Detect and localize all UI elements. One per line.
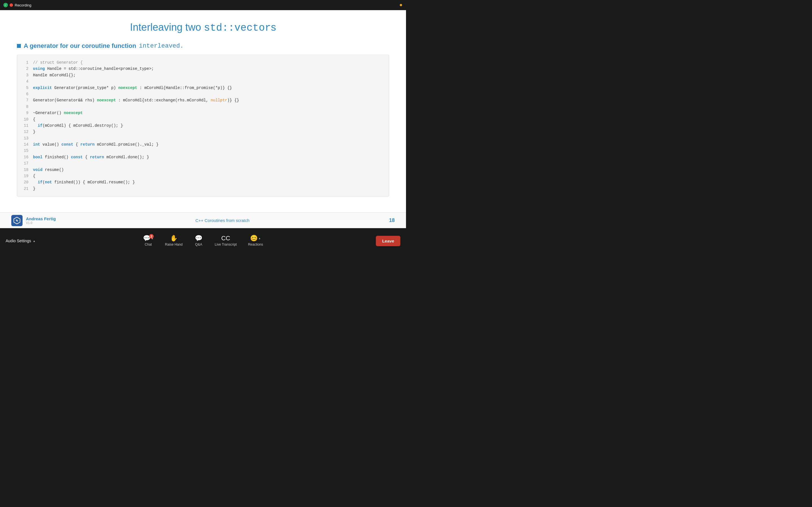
code-line-13: 13 [23, 135, 383, 142]
toolbar-center: 💬 ▲ Chat 2 ✋ Raise Hand 💬 Q&A CC Live Tr… [138, 233, 268, 249]
slide-title: Interleaving two std::vectors [130, 21, 276, 34]
raise-hand-label: Raise Hand [165, 242, 183, 246]
recording-dot [10, 3, 13, 7]
qa-icon: 💬 [195, 235, 202, 241]
code-line-11: 11 if(mCoroHdl) { mCoroHdl.destroy(); } [23, 122, 383, 129]
slide-container: Interleaving two std::vectors A generato… [0, 10, 406, 228]
code-line-21: 21 } [23, 186, 383, 192]
shield-icon: ✓ [3, 3, 8, 7]
code-line-10: 10 { [23, 116, 383, 122]
code-line-16: 16 bool finished() const { return mCoroH… [23, 154, 383, 160]
code-line-9: 9 ~Generator() noexcept [23, 110, 383, 116]
code-block: 1 // struct Generator { 2 using Handle =… [17, 55, 389, 196]
footer-left: Andreas Fertig V1.0 [11, 215, 56, 226]
qa-label: Q&A [195, 242, 202, 246]
code-line-12: 12 } [23, 129, 383, 135]
code-line-7: 7 Generator(Generator&& rhs) noexcept : … [23, 97, 383, 103]
audio-settings-button[interactable]: Audio Settings ▲ [6, 238, 36, 243]
code-line-17: 17 [23, 160, 383, 166]
chat-badge: 2 [149, 234, 154, 238]
top-right-dot [400, 4, 402, 6]
live-transcript-label: Live Transcript [215, 242, 237, 246]
subtitle-bullet [17, 44, 21, 48]
top-bar: ✓ Recording [0, 0, 406, 10]
raise-hand-icon: ✋ [170, 235, 177, 241]
audio-chevron-icon: ▲ [33, 239, 36, 242]
chat-label: Chat [145, 242, 152, 246]
code-line-5: 5 explicit Generator(promise_type* p) no… [23, 85, 383, 91]
slide-footer: Andreas Fertig V1.0 C++ Coroutines from … [0, 212, 406, 228]
code-line-18: 18 void resume() [23, 167, 383, 173]
course-title: C++ Coroutines from scratch [195, 218, 250, 223]
code-line-15: 15 [23, 148, 383, 154]
leave-button[interactable]: Leave [376, 236, 400, 246]
presenter-name: Andreas Fertig [26, 216, 56, 221]
audio-settings-label: Audio Settings [6, 238, 31, 243]
presenter-info: Andreas Fertig V1.0 [26, 216, 56, 224]
reactions-button[interactable]: 😊 ▲ Reactions [243, 233, 268, 249]
code-line-4: 4 [23, 78, 383, 84]
code-line-19: 19 { [23, 173, 383, 179]
reactions-icon: 😊 [250, 235, 258, 241]
slide-subtitle: A generator for our coroutine function i… [17, 42, 184, 50]
code-line-14: 14 int value() const { return mCoroHdl.p… [23, 142, 383, 148]
code-line-1: 1 // struct Generator { [23, 59, 383, 66]
recording-label: Recording [15, 3, 31, 7]
live-transcript-button[interactable]: CC Live Transcript [210, 233, 242, 249]
code-line-20: 20 if(not finished()) { mCoroHdl.resume(… [23, 179, 383, 185]
code-line-3: 3 Handle mCoroHdl{}; [23, 72, 383, 78]
bottom-toolbar: Audio Settings ▲ 💬 ▲ Chat 2 ✋ Raise Hand… [0, 228, 406, 253]
raise-hand-button[interactable]: ✋ Raise Hand [160, 233, 188, 249]
logo-icon [11, 215, 22, 226]
slide-number: 18 [389, 217, 395, 223]
qa-button[interactable]: 💬 Q&A [189, 233, 209, 249]
code-line-2: 2 using Handle = std::coroutine_handle<p… [23, 66, 383, 72]
recording-indicator: ✓ Recording [3, 3, 31, 7]
live-transcript-icon: CC [221, 235, 231, 241]
code-line-6: 6 [23, 91, 383, 97]
presenter-version: V1.0 [26, 221, 56, 224]
chat-button[interactable]: 💬 ▲ Chat 2 [138, 233, 159, 249]
code-line-8: 8 [23, 104, 383, 110]
reactions-label: Reactions [248, 242, 263, 246]
reactions-caret: ▲ [258, 237, 261, 240]
